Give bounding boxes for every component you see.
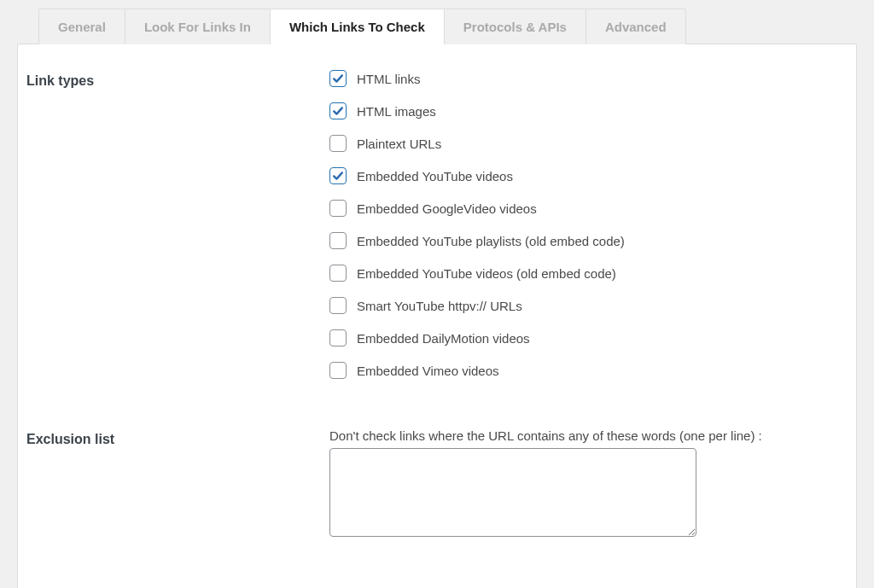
checkbox[interactable] xyxy=(329,200,347,217)
exclusion-list-description: Don't check links where the URL contains… xyxy=(329,428,822,443)
link-types-options: HTML linksHTML imagesPlaintext URLsEmbed… xyxy=(329,70,848,394)
checkbox-label: Embedded GoogleVideo videos xyxy=(357,201,537,216)
linktype-option[interactable]: Embedded DailyMotion videos xyxy=(329,329,822,346)
checkbox-label: Embedded YouTube videos xyxy=(357,169,513,183)
checkbox-label: Embedded DailyMotion videos xyxy=(357,331,530,346)
checkbox[interactable] xyxy=(329,167,347,184)
tab-advanced[interactable]: Advanced xyxy=(586,9,686,44)
linktype-option[interactable]: Embedded YouTube videos xyxy=(329,167,822,184)
checkbox-label: Embedded Vimeo videos xyxy=(357,364,499,378)
linktype-option[interactable]: Embedded Vimeo videos xyxy=(329,362,822,379)
checkbox-label: Smart YouTube httpv:// URLs xyxy=(357,299,522,313)
linktype-option[interactable]: HTML links xyxy=(329,70,822,87)
linktype-option[interactable]: Embedded GoogleVideo videos xyxy=(329,200,822,217)
checkbox[interactable] xyxy=(329,232,347,249)
link-types-heading: Link types xyxy=(26,70,329,89)
exclusion-list-heading: Exclusion list xyxy=(26,428,329,447)
exclusion-list-row: Exclusion list Don't check links where t… xyxy=(18,428,856,539)
checkbox-label: Embedded YouTube videos (old embed code) xyxy=(357,266,616,281)
checkbox[interactable] xyxy=(329,329,347,346)
checkbox[interactable] xyxy=(329,362,347,379)
tab-which-links-to-check[interactable]: Which Links To Check xyxy=(270,9,445,44)
linktype-option[interactable]: HTML images xyxy=(329,102,822,119)
exclusion-list-field: Don't check links where the URL contains… xyxy=(329,428,848,539)
checkbox-label: Plaintext URLs xyxy=(357,137,441,151)
tab-look-for-links-in[interactable]: Look For Links In xyxy=(125,9,271,44)
checkbox[interactable] xyxy=(329,70,347,87)
tab-general[interactable]: General xyxy=(38,9,125,44)
checkbox-label: Embedded YouTube playlists (old embed co… xyxy=(357,234,625,248)
checkbox-label: HTML links xyxy=(357,72,420,86)
checkbox[interactable] xyxy=(329,102,347,119)
settings-panel-which-links: Link types HTML linksHTML imagesPlaintex… xyxy=(17,44,857,588)
linktype-option[interactable]: Embedded YouTube videos (old embed code) xyxy=(329,265,822,282)
checkbox[interactable] xyxy=(329,265,347,282)
checkbox-label: HTML images xyxy=(357,104,436,119)
linktype-option[interactable]: Smart YouTube httpv:// URLs xyxy=(329,297,822,314)
settings-tabs: GeneralLook For Links InWhich Links To C… xyxy=(38,9,857,44)
tab-protocols-apis[interactable]: Protocols & APIs xyxy=(444,9,586,44)
linktype-option[interactable]: Plaintext URLs xyxy=(329,135,822,152)
checkbox[interactable] xyxy=(329,135,347,152)
checkbox[interactable] xyxy=(329,297,347,314)
linktype-option[interactable]: Embedded YouTube playlists (old embed co… xyxy=(329,232,822,249)
link-types-row: Link types HTML linksHTML imagesPlaintex… xyxy=(18,70,856,394)
exclusion-list-textarea[interactable] xyxy=(329,448,696,537)
